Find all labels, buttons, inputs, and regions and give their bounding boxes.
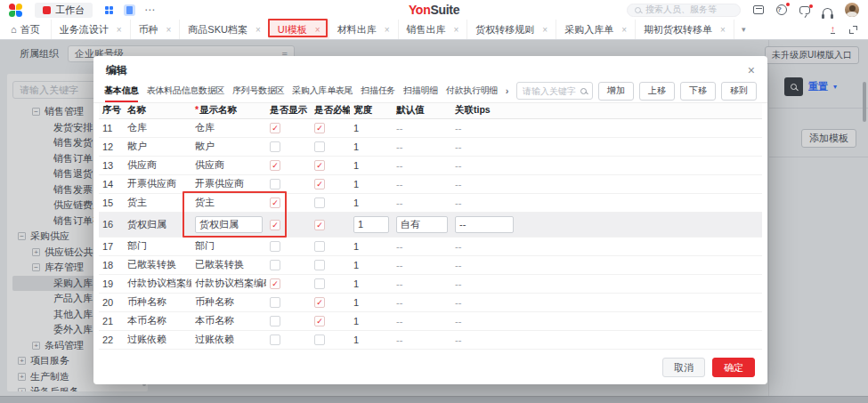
more-apps-icon[interactable]: ⋯ (144, 5, 156, 14)
dialog-action-button[interactable]: 下移 (680, 82, 716, 101)
column-header-filler (521, 103, 762, 118)
table-row[interactable]: 12散户散户1---- (99, 137, 762, 156)
cell-width (350, 212, 393, 237)
close-tab-icon[interactable]: × (256, 25, 261, 35)
headset-support-icon[interactable] (823, 4, 832, 15)
required-checkbox[interactable] (314, 241, 325, 252)
close-tab-icon[interactable]: × (621, 25, 627, 35)
required-checkbox[interactable]: ✓ (314, 123, 325, 133)
required-checkbox[interactable]: ✓ (314, 220, 325, 230)
table-row[interactable]: 16货权归属✓✓ (99, 212, 762, 237)
required-checkbox[interactable] (314, 334, 325, 345)
dialog-tab[interactable]: 序列号数据区 (232, 79, 284, 102)
cell-name: 供应商 (124, 156, 191, 174)
dialog-action-button[interactable]: 上移 (639, 82, 675, 101)
document-app-icon[interactable] (124, 4, 135, 16)
dialog-action-button[interactable]: 增加 (598, 82, 634, 101)
global-search-input[interactable]: 搜索人员、服务等 (627, 4, 741, 17)
fullscreen-icon[interactable] (849, 26, 857, 34)
tips-input[interactable] (455, 216, 514, 233)
document-tab[interactable]: 币种× (131, 20, 181, 39)
table-row[interactable]: 13供应商供应商✓✓1---- (99, 156, 762, 174)
default-value-input[interactable] (396, 216, 448, 233)
table-row[interactable]: 17部门部门1---- (99, 237, 762, 255)
close-tab-icon[interactable]: × (315, 25, 320, 35)
required-checkbox[interactable] (314, 278, 325, 289)
required-checkbox[interactable]: ✓ (314, 316, 325, 326)
close-tab-icon[interactable]: × (166, 25, 172, 35)
document-tab[interactable]: 货权转移规则× (467, 20, 556, 39)
close-tab-icon[interactable]: × (117, 25, 122, 35)
collapse-tabs-icon[interactable]: ↑ (831, 25, 835, 34)
cell-required: ✓ (311, 311, 350, 330)
table-row[interactable]: 19付款协议档案编码付款协议档案编码✓1---- (99, 274, 762, 293)
document-tab[interactable]: 业务流设计× (52, 20, 131, 39)
global-search-placeholder: 搜索人员、服务等 (645, 4, 717, 16)
close-tab-icon[interactable]: × (542, 25, 548, 35)
document-tab[interactable]: 材料出库× (329, 20, 399, 39)
user-avatar[interactable] (845, 3, 859, 17)
message-icon[interactable] (799, 6, 810, 14)
show-checkbox[interactable]: ✓ (270, 197, 280, 208)
calendar-icon[interactable] (753, 5, 764, 14)
workspace-app-icon (43, 6, 51, 14)
tab-list-dropdown-icon[interactable]: ▾ (734, 20, 753, 39)
required-checkbox[interactable] (314, 260, 325, 270)
dialog-tab[interactable]: 基本信息 (104, 79, 139, 102)
table-row[interactable]: 14开票供应商开票供应商✓1---- (99, 174, 762, 193)
document-tab[interactable]: 商品SKU档案× (180, 20, 269, 39)
workspace-tab[interactable]: 工作台 (35, 3, 93, 18)
table-row[interactable]: 15货主货主✓1---- (99, 193, 762, 212)
tab-home[interactable]: ⌂ 首页 (0, 20, 52, 39)
required-checkbox[interactable] (314, 197, 325, 208)
display-name-input[interactable] (195, 216, 263, 233)
show-checkbox[interactable]: ✓ (270, 220, 280, 230)
required-checkbox[interactable]: ✓ (314, 297, 325, 308)
table-row[interactable]: 11仓库仓库✓✓1---- (99, 118, 762, 137)
more-tabs-icon[interactable]: › (506, 85, 508, 96)
dialog-title: 编辑 (106, 63, 127, 78)
show-checkbox[interactable]: ✓ (270, 160, 280, 171)
width-input[interactable] (353, 216, 389, 233)
show-checkbox[interactable] (270, 316, 280, 326)
dialog-tab[interactable]: 表体料品信息数据区 (147, 79, 224, 102)
show-checkbox[interactable]: ✓ (270, 278, 280, 289)
close-tab-icon[interactable]: × (385, 25, 390, 35)
required-checkbox[interactable]: ✓ (314, 160, 325, 171)
show-checkbox[interactable] (270, 141, 280, 152)
document-tab[interactable]: 销售出库× (399, 20, 468, 39)
cancel-button[interactable]: 取消 (662, 358, 705, 377)
table-row[interactable]: 18已散装转换已散装转换1---- (99, 255, 762, 274)
table-row[interactable]: 22过账依赖过账依赖1---- (99, 330, 762, 349)
app-grid-icon[interactable] (105, 6, 113, 14)
show-checkbox[interactable] (270, 260, 280, 270)
dialog-action-button[interactable]: 移到 (721, 82, 757, 101)
dialog-tab[interactable]: 扫描任务 (361, 79, 395, 102)
close-tab-icon[interactable]: × (720, 25, 726, 35)
cell-filler (521, 193, 762, 212)
help-icon[interactable]: ? (776, 4, 787, 15)
show-checkbox[interactable] (270, 297, 280, 308)
cell-show (266, 174, 311, 193)
cell-display-name: 开票供应商 (191, 174, 266, 193)
cell-required: ✓ (311, 156, 350, 174)
document-tab[interactable]: 期初货权转移单× (636, 20, 734, 39)
document-tab[interactable]: 采购入库单× (556, 20, 636, 39)
confirm-button[interactable]: 确定 (712, 358, 755, 377)
table-row[interactable]: 20币种名称币种名称✓1---- (99, 293, 762, 311)
dialog-tab[interactable]: 付款执行明细数据区 (446, 79, 498, 102)
show-checkbox[interactable] (270, 179, 280, 189)
show-checkbox[interactable]: ✓ (270, 123, 280, 133)
cell-width: 1 (350, 174, 393, 193)
required-checkbox[interactable] (314, 141, 325, 152)
show-checkbox[interactable] (270, 334, 280, 345)
cell-width: 1 (350, 330, 393, 349)
close-icon[interactable]: × (748, 65, 755, 76)
show-checkbox[interactable] (270, 241, 280, 252)
document-tab[interactable]: UI模板× (270, 20, 329, 39)
table-row[interactable]: 21本币名称本币名称✓1---- (99, 311, 762, 330)
required-checkbox[interactable]: ✓ (314, 179, 325, 189)
dialog-tab[interactable]: 扫描明细 (403, 79, 438, 102)
dialog-tab[interactable]: 采购入库单表尾 (292, 79, 353, 102)
close-tab-icon[interactable]: × (454, 25, 459, 35)
